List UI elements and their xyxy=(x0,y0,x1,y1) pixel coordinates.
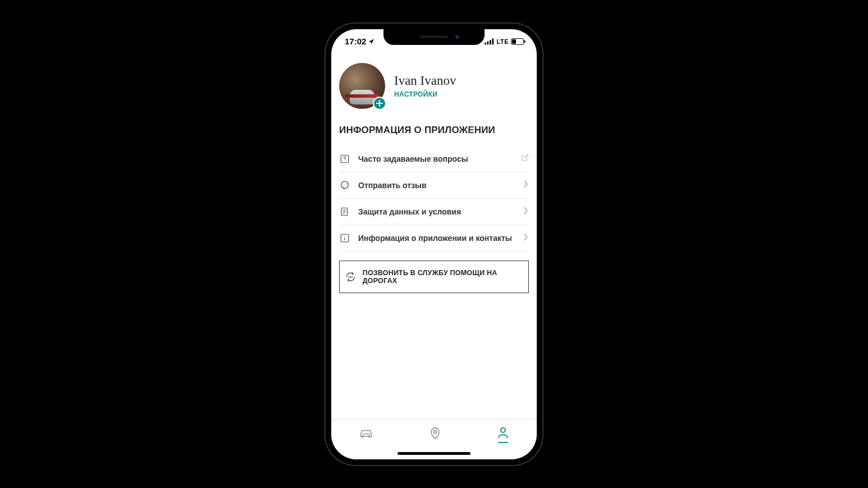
cta-label: ПОЗВОНИТЬ В СЛУЖБУ ПОМОЩИ НА ДОРОГАХ xyxy=(363,269,523,285)
svg-point-12 xyxy=(346,184,346,185)
chevron-right-icon xyxy=(523,233,529,243)
svg-text:24/7: 24/7 xyxy=(348,275,353,278)
phone-frame: 17:02 LTE xyxy=(325,22,543,466)
active-indicator xyxy=(498,442,508,444)
chevron-right-icon xyxy=(523,180,529,190)
plus-icon xyxy=(376,100,383,107)
chat-icon xyxy=(339,180,350,190)
svg-point-11 xyxy=(344,184,345,185)
svg-point-10 xyxy=(343,184,344,185)
svg-rect-2 xyxy=(490,40,491,44)
main-content: Ivan Ivanov НАСТРОЙКИ ИНФОРМАЦИЯ О ПРИЛО… xyxy=(331,54,537,419)
list-item-label: Часто задаваемые вопросы xyxy=(358,154,513,163)
chevron-right-icon xyxy=(523,207,529,216)
list-item-faq[interactable]: Часто задаваемые вопросы xyxy=(339,146,529,172)
nav-location-button[interactable] xyxy=(428,426,442,440)
person-icon xyxy=(496,426,510,440)
roadside-assistance-button[interactable]: 24/7 ПОЗВОНИТЬ В СЛУЖБУ ПОМОЩИ НА ДОРОГА… xyxy=(339,261,529,293)
list-item-label: Защита данных и условия xyxy=(358,207,515,216)
section-title: ИНФОРМАЦИЯ О ПРИЛОЖЕНИИ xyxy=(339,125,529,136)
external-link-icon xyxy=(521,154,529,163)
phone-notch xyxy=(383,29,485,45)
svg-rect-1 xyxy=(487,41,488,44)
svg-point-19 xyxy=(344,235,345,236)
document-icon xyxy=(339,207,350,217)
profile-header: Ivan Ivanov НАСТРОЙКИ xyxy=(339,63,529,109)
list-item-privacy[interactable]: Защита данных и условия xyxy=(339,199,529,225)
svg-rect-3 xyxy=(492,38,494,44)
pin-icon xyxy=(428,426,442,440)
network-label: LTE xyxy=(497,38,509,45)
add-photo-button[interactable] xyxy=(373,97,386,110)
svg-rect-5 xyxy=(524,40,526,43)
location-arrow-icon xyxy=(368,38,375,45)
nav-car-button[interactable] xyxy=(358,426,374,440)
svg-rect-0 xyxy=(485,42,486,44)
svg-point-21 xyxy=(362,435,364,437)
svg-point-22 xyxy=(369,435,371,437)
nav-profile-button[interactable] xyxy=(496,426,510,444)
list-item-label: Отправить отзыв xyxy=(358,181,515,190)
info-icon xyxy=(339,233,350,243)
signal-icon xyxy=(485,38,495,45)
settings-link[interactable]: НАСТРОЙКИ xyxy=(394,90,456,98)
list-item-label: Информация о приложении и контакты xyxy=(358,234,515,243)
avatar-wrap[interactable] xyxy=(339,63,385,109)
svg-point-8 xyxy=(344,161,345,161)
svg-point-25 xyxy=(501,428,505,432)
svg-point-24 xyxy=(433,430,436,433)
battery-icon xyxy=(511,38,526,45)
list-item-feedback[interactable]: Отправить отзыв xyxy=(339,172,529,199)
phone-screen: 17:02 LTE xyxy=(331,29,537,459)
question-icon xyxy=(339,154,350,164)
list-item-about[interactable]: Информация о приложении и контакты xyxy=(339,225,529,252)
status-time: 17:02 xyxy=(345,37,366,46)
home-indicator[interactable] xyxy=(398,452,470,455)
twentyfour-seven-icon: 24/7 xyxy=(345,271,356,282)
car-icon xyxy=(358,426,374,440)
svg-rect-6 xyxy=(512,39,516,44)
profile-name: Ivan Ivanov xyxy=(394,74,456,88)
